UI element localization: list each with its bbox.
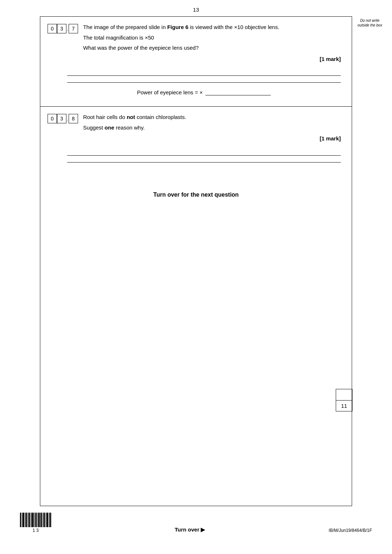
barcode: 1 3 bbox=[20, 513, 51, 533]
q37-power-answer-line bbox=[205, 95, 271, 95]
q37-power-line: Power of eyepiece lens = × bbox=[67, 89, 341, 95]
q37-line2: The total magnification is ×50 bbox=[83, 34, 341, 42]
question-37-text: The image of the prepared slide in Figur… bbox=[83, 23, 341, 69]
q37-answer-line-2 bbox=[67, 82, 341, 83]
barcode-bars bbox=[20, 513, 51, 527]
footer-code: IB/M/Jun19/8464/B/1F bbox=[329, 528, 372, 533]
num-8: 8 bbox=[69, 114, 78, 123]
q38-bold1: not bbox=[127, 114, 135, 120]
q37-answer-line-1 bbox=[67, 75, 341, 76]
q38-bold2: one bbox=[105, 124, 114, 131]
page-container: 13 Do not write outside the box 0 3 . 7 … bbox=[0, 0, 392, 554]
bar bbox=[50, 513, 51, 527]
q38-line2: Suggest one reason why. bbox=[83, 124, 341, 132]
barcode-number: 1 3 bbox=[33, 528, 39, 533]
score-box-top bbox=[336, 389, 352, 401]
page-number: 13 bbox=[0, 0, 392, 16]
q37-bold1: Figure 6 bbox=[167, 24, 188, 30]
q37-answer-area: Power of eyepiece lens = × bbox=[48, 75, 341, 95]
question-38-block: 0 3 . 8 Root hair cells do not contain c… bbox=[40, 107, 352, 181]
turn-over-right: Turn over ▶ bbox=[175, 526, 205, 533]
q37-mark: [1 mark] bbox=[83, 55, 341, 63]
question-38-header: 0 3 . 8 Root hair cells do not contain c… bbox=[48, 113, 341, 149]
score-box-bottom: 11 bbox=[336, 401, 352, 411]
turn-over-center: Turn over for the next question bbox=[40, 192, 352, 198]
q37-line1: The image of the prepared slide in Figur… bbox=[83, 23, 341, 32]
question-37-block: 0 3 . 7 The image of the prepared slide … bbox=[40, 17, 352, 106]
q38-answer-line-1 bbox=[67, 155, 341, 156]
footer: 1 3 Turn over ▶ IB/M/Jun19/8464/B/1F bbox=[0, 509, 392, 537]
main-box: Do not write outside the box 0 3 . 7 The… bbox=[40, 16, 352, 506]
question-37-header: 0 3 . 7 The image of the prepared slide … bbox=[48, 23, 341, 69]
question-38-number: 0 3 . 8 bbox=[48, 114, 78, 123]
num-0: 0 bbox=[48, 24, 57, 33]
num-7: 7 bbox=[69, 24, 78, 33]
num-3: 3 bbox=[57, 24, 66, 33]
q38-answer-line-2 bbox=[67, 162, 341, 163]
q38-line1: Root hair cells do not contain chloropla… bbox=[83, 113, 341, 122]
q37-line3: What was the power of the eyepiece lens … bbox=[83, 44, 341, 52]
do-not-write-label: Do not write outside the box bbox=[355, 17, 384, 28]
num-3b: 3 bbox=[57, 114, 66, 123]
q38-answer-area bbox=[48, 155, 341, 163]
score-box: 11 bbox=[336, 389, 352, 411]
num-0b: 0 bbox=[48, 114, 57, 123]
question-38-text: Root hair cells do not contain chloropla… bbox=[83, 113, 341, 149]
question-37-number: 0 3 . 7 bbox=[48, 24, 78, 33]
q38-mark: [1 mark] bbox=[83, 135, 341, 143]
